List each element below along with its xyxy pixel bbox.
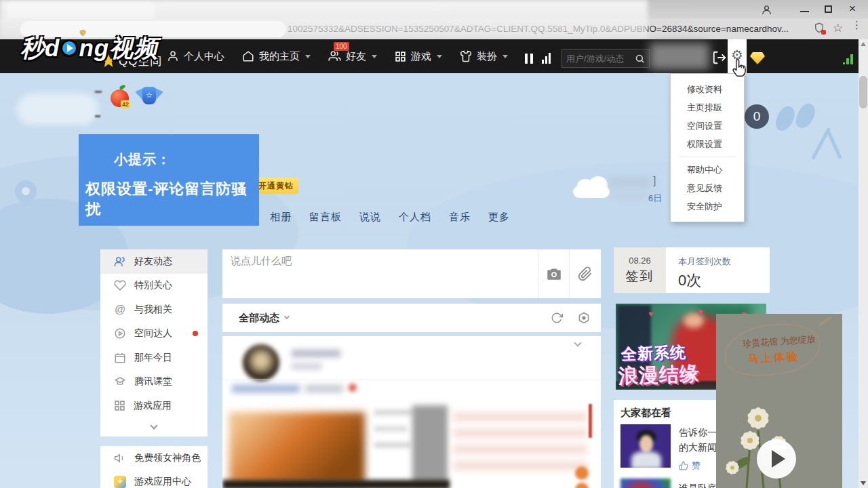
sidebar-item-special-care[interactable]: 特别关心 xyxy=(100,274,208,298)
weather-bracket: ] xyxy=(653,175,656,187)
play-button[interactable] xyxy=(757,439,796,479)
chevron-down-icon xyxy=(284,314,290,319)
sidebar-item-friend-feeds[interactable]: 好友动态 xyxy=(100,249,208,274)
logout-icon[interactable] xyxy=(712,50,727,65)
sidebar-label: 游戏应用中心 xyxy=(134,476,191,488)
person-icon xyxy=(167,50,179,62)
close-button[interactable]: × xyxy=(849,2,856,16)
checkin-action: 签到 xyxy=(614,268,666,285)
refresh-icon[interactable] xyxy=(551,312,563,324)
menu-item-security[interactable]: 安全防护 xyxy=(671,197,744,216)
browser-scrollbar[interactable] xyxy=(859,39,868,488)
play-circle-icon xyxy=(114,327,126,340)
divider xyxy=(222,380,601,380)
menu-item-homepage-layout[interactable]: 主页排版 xyxy=(671,98,744,117)
caret-down-icon xyxy=(372,55,377,58)
browser-profile-icon[interactable] xyxy=(761,4,772,18)
sidebar-item-that-year-today[interactable]: 那年今日 xyxy=(100,346,208,370)
sidebar-item-space-stars[interactable]: 空间达人 xyxy=(100,322,208,346)
composer-input[interactable] xyxy=(231,255,522,293)
sidebar-item-game-app-center[interactable]: + 游戏应用中心 xyxy=(100,470,208,488)
sidebar-label: 游戏应用 xyxy=(134,400,172,412)
blurred-post-image xyxy=(229,412,365,484)
weather-cloud-icon xyxy=(589,176,608,194)
rank-chart-icon[interactable] xyxy=(542,53,551,64)
scrollbar-up-arrow[interactable] xyxy=(861,42,866,46)
blurred-text xyxy=(374,409,414,415)
watermark-right: ng视频 xyxy=(79,33,158,64)
visitor-count-badge[interactable]: 0 xyxy=(745,104,769,129)
floating-video-ad[interactable]: 珍贵花馆 为您绽放 马上体验 xyxy=(716,314,842,488)
nav-label: 个人中心 xyxy=(184,50,224,63)
attach-link-button[interactable] xyxy=(569,249,600,298)
tab-shuoshuo[interactable]: 说说 xyxy=(359,211,381,224)
nav-item-personal-center[interactable]: 个人中心 xyxy=(167,50,224,63)
sidebar-label: 免费领女神角色 xyxy=(134,452,201,464)
checkin-date: 08.26 xyxy=(614,256,666,266)
nav-item-dressup[interactable]: 装扮 xyxy=(460,50,508,63)
camera-icon xyxy=(545,265,563,283)
scrollbar-thumb[interactable] xyxy=(859,76,867,108)
sidebar-item-game-apps[interactable]: 游戏应用 xyxy=(100,394,208,418)
blurred-weather-text xyxy=(609,178,651,187)
browser-menu-icon[interactable]: ⋮ xyxy=(852,22,859,27)
tab-message-board[interactable]: 留言板 xyxy=(309,211,342,224)
nav-item-friends[interactable]: 100 好友 xyxy=(328,50,377,63)
watching-thumbnail-2[interactable] xyxy=(620,479,671,488)
tab-music[interactable]: 音乐 xyxy=(449,211,471,224)
checkin-button[interactable]: 08.26 签到 xyxy=(614,247,666,293)
search-icon[interactable] xyxy=(635,54,645,64)
settings-dropdown-menu: 修改资料 主页排版 空间设置 权限设置 帮助中心 意见反馈 安全防护 xyxy=(670,73,745,222)
sidebar-collapse-button[interactable] xyxy=(100,418,208,436)
scrollbar-down-arrow[interactable] xyxy=(861,481,866,485)
profile-tabs: 相册 留言板 说说 个人档 音乐 更多 xyxy=(270,211,510,224)
watermark-heart-icon: ♥ xyxy=(80,27,85,38)
sidebar-label: 与我相关 xyxy=(134,304,172,316)
tab-albums[interactable]: 相册 xyxy=(270,211,292,224)
thumb-up-icon[interactable] xyxy=(679,461,688,470)
sidebar-item-related-to-me[interactable]: @ 与我相关 xyxy=(100,298,208,322)
restore-button[interactable] xyxy=(825,5,832,13)
post-menu-chevron-icon[interactable] xyxy=(574,339,581,346)
search-input[interactable] xyxy=(562,54,635,64)
play-icon xyxy=(772,450,785,468)
watching-thumbnail-1[interactable] xyxy=(620,424,671,468)
bookmark-star-icon[interactable]: ☆ xyxy=(833,21,843,35)
level-badge: 42 xyxy=(121,100,130,108)
nav-label: 我的主页 xyxy=(259,50,300,63)
add-photo-button[interactable] xyxy=(538,249,569,298)
feed-filter-dropdown[interactable]: 全部动态 xyxy=(239,312,289,325)
sidebar-item-tencent-classroom[interactable]: 腾讯课堂 xyxy=(100,370,208,394)
blurred-button xyxy=(575,483,589,488)
nav-item-my-home[interactable]: 我的主页 xyxy=(242,50,311,63)
watching-title: 大家都在看 xyxy=(620,407,671,420)
minimize-button[interactable] xyxy=(800,11,809,12)
menu-item-help-center[interactable]: 帮助中心 xyxy=(671,161,744,179)
checkin-count-value: 0次 xyxy=(678,270,770,291)
blurred-text xyxy=(374,442,411,448)
music-pause-icon[interactable] xyxy=(525,54,533,64)
menu-item-feedback[interactable]: 意见反馈 xyxy=(671,179,744,197)
search-box[interactable] xyxy=(561,49,650,68)
watching-item-title[interactable]: 的大新闻 xyxy=(679,442,717,454)
caret-down-icon xyxy=(305,55,311,58)
tab-profile[interactable]: 个人档 xyxy=(399,211,431,224)
menu-item-edit-profile[interactable]: 修改资料 xyxy=(671,80,744,98)
blurred-button xyxy=(575,466,589,480)
post-composer xyxy=(222,249,601,298)
menu-item-permission-settings[interactable]: 权限设置 xyxy=(671,135,744,153)
game-center-icon: + xyxy=(114,476,126,488)
feed-settings-icon[interactable] xyxy=(578,312,590,324)
nav-item-games[interactable]: 游戏 xyxy=(395,50,442,63)
menu-item-space-settings[interactable]: 空间设置 xyxy=(671,117,744,135)
people-icon xyxy=(328,50,341,62)
sidebar-item-free-goddess-role[interactable]: 免费领女神角色 xyxy=(100,446,208,470)
tip-line2: 权限设置-评论留言防骚扰 xyxy=(85,179,259,220)
open-yellow-diamond-button[interactable]: 开通黄钻 xyxy=(254,178,298,194)
tab-more[interactable]: 更多 xyxy=(488,211,510,224)
sidebar-label: 空间达人 xyxy=(134,327,172,340)
at-icon: @ xyxy=(114,304,126,316)
like-label[interactable]: 赞 xyxy=(692,460,701,472)
ad-headline-2: 浪漫结缘 xyxy=(618,361,700,390)
winged-star-badge-icon: ☆ xyxy=(136,85,163,107)
